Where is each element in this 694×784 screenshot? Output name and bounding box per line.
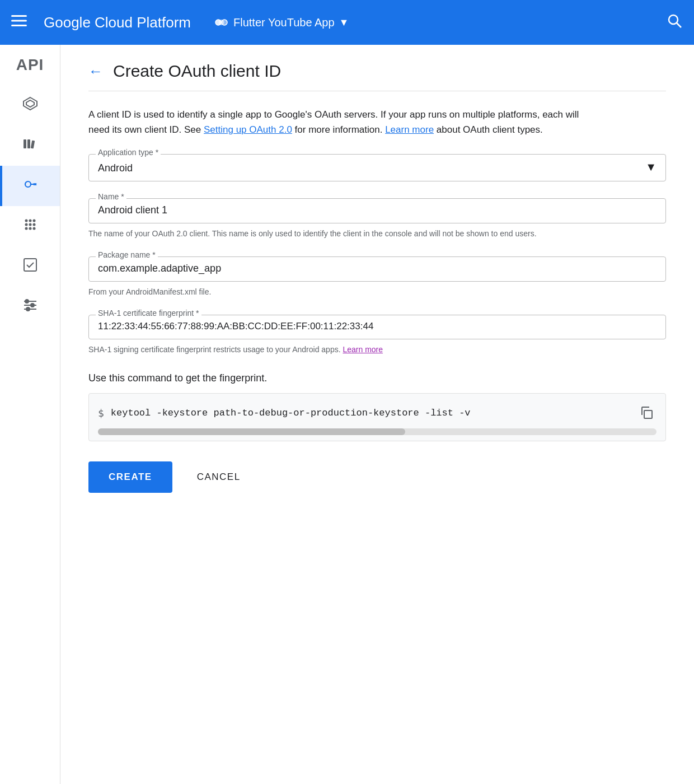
menu-icon[interactable] [11, 13, 27, 32]
sidebar-item-credentials[interactable] [0, 166, 60, 206]
app-type-value: Android [98, 160, 133, 174]
sidebar-item-library[interactable] [0, 125, 60, 166]
svg-point-22 [32, 227, 35, 230]
sidebar-api-label: API [16, 56, 44, 74]
svg-point-27 [25, 300, 29, 303]
dashboard-icon [22, 96, 38, 115]
sha-hint-text: SHA-1 signing certificate fingerprint re… [88, 345, 341, 354]
app-type-select[interactable]: Application type * Android ▼ [88, 154, 666, 181]
sha-label: SHA-1 certificate fingerprint * [96, 309, 201, 318]
svg-rect-11 [27, 139, 30, 148]
page-layout: API [0, 45, 694, 784]
copy-button[interactable] [636, 403, 657, 423]
main-content: ← Create OAuth client ID A client ID is … [60, 45, 694, 784]
sidebar: API [0, 45, 60, 784]
sha-field: SHA-1 certificate fingerprint * 11:22:33… [88, 315, 666, 356]
project-dots-icon [213, 15, 229, 30]
svg-rect-10 [24, 139, 26, 148]
svg-point-15 [29, 219, 31, 222]
sidebar-item-tasks[interactable] [0, 246, 60, 287]
svg-point-28 [31, 304, 34, 307]
scrollbar-thumb [98, 428, 405, 435]
svg-point-16 [32, 219, 35, 222]
app-type-label: Application type * [96, 148, 161, 157]
package-value: com.example.adaptive_app [98, 260, 221, 274]
svg-point-5 [219, 20, 224, 25]
project-name: Flutter YouTube App [233, 16, 335, 29]
sha-input-container[interactable]: SHA-1 certificate fingerprint * 11:22:33… [88, 315, 666, 339]
svg-point-18 [29, 223, 31, 226]
svg-point-13 [25, 181, 31, 187]
sidebar-item-settings[interactable] [0, 287, 60, 327]
svg-point-6 [669, 15, 678, 24]
svg-rect-12 [30, 140, 34, 148]
name-input-container[interactable]: Name * Android client 1 [88, 198, 666, 223]
svg-rect-30 [644, 410, 652, 418]
svg-rect-1 [11, 20, 27, 21]
package-input-container[interactable]: Package name * com.example.adaptive_app [88, 256, 666, 282]
svg-point-17 [25, 223, 27, 226]
sha-learn-more-link[interactable]: Learn more [343, 345, 383, 354]
fingerprint-label: Use this command to get the fingerprint. [88, 372, 666, 384]
svg-marker-8 [24, 97, 37, 110]
svg-point-20 [25, 227, 27, 230]
page-header: ← Create OAuth client ID [88, 62, 666, 91]
cancel-button[interactable]: CANCEL [184, 461, 254, 493]
tasks-icon [22, 257, 38, 277]
oauth-setup-link[interactable]: Setting up OAuth 2.0 [204, 124, 292, 135]
search-icon[interactable] [666, 12, 683, 32]
svg-point-21 [29, 227, 31, 230]
svg-rect-0 [11, 15, 27, 17]
sidebar-item-dashboard[interactable] [0, 85, 60, 125]
name-label: Name * [96, 192, 126, 201]
svg-line-7 [677, 23, 681, 27]
svg-point-29 [26, 307, 30, 311]
package-label: Package name * [96, 250, 158, 259]
svg-rect-2 [11, 25, 27, 26]
learn-more-link[interactable]: Learn more [385, 124, 434, 135]
project-selector[interactable]: Flutter YouTube App ▼ [213, 15, 349, 30]
library-icon [22, 136, 38, 156]
command-box: $ keytool -keystore path-to-debug-or-pro… [88, 393, 666, 441]
package-hint: From your AndroidManifest.xml file. [88, 286, 666, 298]
navbar: Google Cloud Platform Flutter YouTube Ap… [0, 0, 694, 45]
name-field: Name * Android client 1 The name of your… [88, 198, 666, 240]
description-text-3: about OAuth client types. [437, 124, 543, 135]
svg-marker-9 [26, 100, 34, 107]
fingerprint-section: Use this command to get the fingerprint.… [88, 372, 666, 441]
back-button[interactable]: ← [88, 63, 103, 80]
brand-name: Google Cloud Platform [44, 14, 191, 31]
sidebar-item-apps[interactable] [0, 206, 60, 246]
svg-rect-23 [24, 259, 36, 271]
credentials-icon [22, 176, 38, 196]
create-button[interactable]: CREATE [88, 461, 172, 493]
package-field: Package name * com.example.adaptive_app … [88, 256, 666, 298]
apps-icon [22, 217, 38, 236]
command-prompt: $ [98, 407, 104, 419]
page-description: A client ID is used to identify a single… [88, 107, 592, 137]
svg-point-19 [32, 223, 35, 226]
command-line: $ keytool -keystore path-to-debug-or-pro… [98, 403, 657, 423]
select-arrow-icon: ▼ [645, 161, 657, 174]
name-value: Android client 1 [98, 202, 167, 216]
command-text: keytool -keystore path-to-debug-or-produ… [111, 408, 630, 418]
sha-hint: SHA-1 signing certificate fingerprint re… [88, 344, 666, 356]
sha-value: 11:22:33:44:55:66:77:88:99:AA:BB:CC:DD:E… [98, 319, 373, 332]
svg-point-14 [25, 219, 27, 222]
action-buttons: CREATE CANCEL [88, 461, 666, 493]
horizontal-scrollbar[interactable] [98, 428, 657, 435]
app-type-field: Application type * Android ▼ [88, 154, 666, 181]
settings-icon [22, 297, 38, 317]
description-text-2: for more information. [295, 124, 386, 135]
project-dropdown-arrow: ▼ [339, 17, 349, 29]
name-hint: The name of your OAuth 2.0 client. This … [88, 228, 666, 240]
page-title: Create OAuth client ID [113, 62, 281, 81]
